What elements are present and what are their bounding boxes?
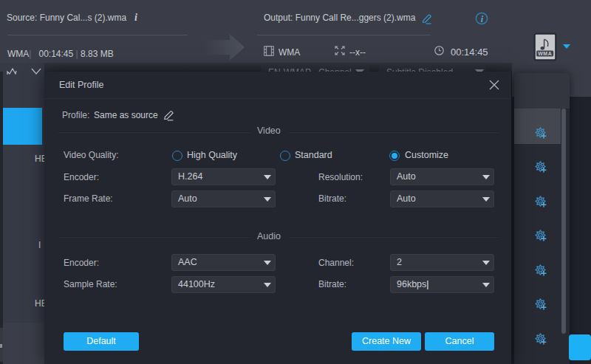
svg-text:WMA: WMA	[538, 51, 552, 56]
svg-text:i: i	[481, 14, 484, 24]
